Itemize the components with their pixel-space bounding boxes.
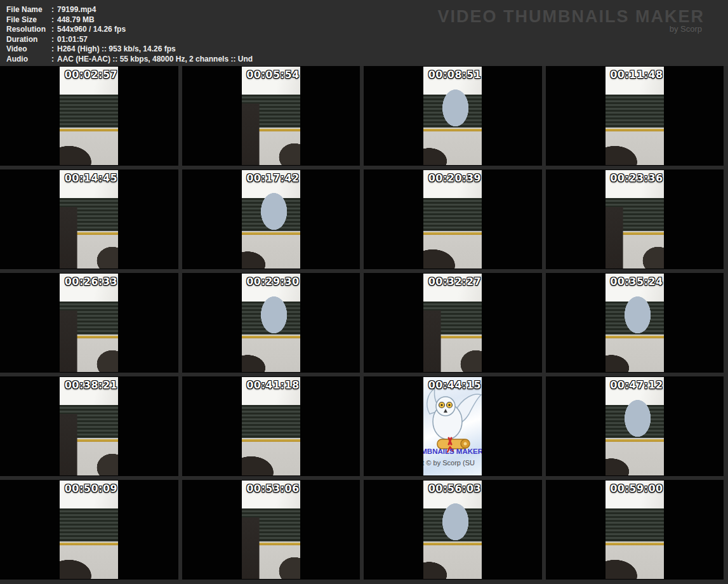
info-value: H264 (High) :: 953 kb/s, 14.26 fps: [57, 44, 728, 55]
thumbnail-cell: 00:23:36: [546, 169, 724, 269]
info-separator: :: [48, 35, 57, 45]
video-thumbnail: 00:20:39: [423, 170, 482, 269]
video-thumbnail: 00:56:03: [423, 481, 482, 579]
timestamp-overlay: 00:56:03: [428, 482, 482, 494]
timestamp-overlay: 00:41:18: [246, 379, 300, 391]
video-thumbnail: 00:14:45: [60, 170, 118, 269]
thumbnail-cell: 00:05:54: [182, 66, 361, 166]
video-thumbnail: 00:26:33: [60, 274, 118, 372]
thumbnail-grid: 00:02:57 00:05:54 00:08:51 00:11:48 00:1…: [0, 66, 728, 584]
timestamp-overlay: 00:17:42: [246, 172, 300, 184]
thumbnail-cell: 00:35:24: [546, 273, 724, 373]
thumbnail-cell: 00:50:09: [0, 480, 178, 580]
video-thumbnail: 00:38:21: [60, 377, 118, 475]
timestamp-overlay: 00:26:33: [65, 275, 118, 288]
video-thumbnail: 00:29:30: [242, 274, 300, 372]
info-separator: :: [48, 55, 57, 65]
timestamp-overlay: 00:29:30: [246, 275, 300, 288]
info-value: AAC (HE-AAC) :: 55 kbps, 48000 Hz, 2 cha…: [57, 55, 728, 65]
timestamp-overlay: 00:20:39: [428, 172, 482, 184]
timestamp-overlay: 00:23:36: [610, 172, 663, 184]
info-label: Resolution: [6, 25, 48, 35]
timestamp-overlay: 00:02:57: [65, 69, 118, 81]
video-thumbnail: 00:23:36: [606, 170, 664, 269]
timestamp-overlay: 00:14:45: [65, 172, 118, 184]
video-thumbnail: 00:11:48: [606, 67, 664, 165]
info-label: File Name: [6, 5, 48, 15]
video-thumbnail: 00:35:24: [606, 274, 664, 372]
video-thumbnail: 00:08:51: [423, 67, 482, 165]
info-label: Video: [6, 44, 48, 55]
info-separator: :: [48, 44, 57, 55]
thumbnail-cell: 00:56:03: [364, 480, 542, 580]
timestamp-overlay: 00:44:15: [428, 379, 482, 391]
thumbnail-cell: 00:38:21: [0, 376, 178, 476]
thumbnail-cell: 00:20:39: [364, 169, 542, 269]
info-header: File Name:79199.mp4 File Size:448.79 MB …: [0, 0, 728, 66]
video-thumbnail: 00:02:57: [60, 67, 118, 165]
owl-logo-icon: [423, 386, 482, 455]
info-separator: :: [48, 15, 57, 25]
info-separator: :: [48, 5, 57, 15]
timestamp-overlay: 00:35:24: [610, 275, 663, 288]
timestamp-overlay: 00:53:06: [246, 482, 300, 494]
video-thumbnail: 00:59:00: [606, 481, 664, 579]
video-thumbnail: 00:17:42: [242, 170, 300, 269]
info-value: 01:01:57: [57, 35, 728, 45]
video-thumbnail: 00:53:06: [242, 481, 300, 579]
thumbnail-cell: 00:41:18: [182, 376, 361, 476]
info-label: Audio: [6, 55, 48, 65]
thumbnail-cell: 00:08:51: [364, 66, 542, 166]
thumbnail-cell: MBNAILS MAKER t © by Scorp (SU 00:44:15: [364, 376, 542, 476]
timestamp-overlay: 00:32:27: [428, 275, 482, 288]
vtm-watermark: VIDEO THUMBNAILS MAKER by Scorp: [438, 8, 705, 34]
thumbnail-cell: 00:32:27: [364, 273, 542, 373]
video-thumbnail: 00:47:12: [606, 377, 664, 475]
thumbnail-cell: 00:14:45: [0, 169, 178, 269]
logo-text-line1: MBNAILS MAKER: [423, 448, 482, 455]
vtm-owl-logo-thumbnail: MBNAILS MAKER t © by Scorp (SU 00:44:15: [423, 377, 482, 475]
timestamp-overlay: 00:05:54: [246, 69, 300, 81]
thumbnail-cell: 00:29:30: [182, 273, 361, 373]
video-thumbnail: 00:32:27: [423, 274, 482, 372]
timestamp-overlay: 00:59:00: [610, 482, 663, 494]
thumbnail-cell: 00:11:48: [546, 66, 724, 166]
video-thumbnail: 00:50:09: [60, 481, 118, 579]
timestamp-overlay: 00:11:48: [610, 69, 663, 81]
info-label: File Size: [6, 15, 48, 25]
timestamp-overlay: 00:47:12: [610, 379, 663, 391]
thumbnail-cell: 00:02:57: [0, 66, 178, 166]
video-thumbnail: 00:41:18: [242, 377, 300, 475]
timestamp-overlay: 00:08:51: [428, 69, 482, 81]
vtm-logo-title: VIDEO THUMBNAILS MAKER: [438, 8, 705, 25]
thumbnail-cell: 00:53:06: [182, 480, 361, 580]
logo-text-line2: t © by Scorp (SU: [423, 459, 475, 467]
info-separator: :: [48, 25, 57, 35]
info-label: Duration: [6, 35, 48, 45]
timestamp-overlay: 00:38:21: [65, 379, 118, 391]
timestamp-overlay: 00:50:09: [65, 482, 118, 494]
thumbnail-cell: 00:26:33: [0, 273, 178, 373]
video-thumbnail: 00:05:54: [242, 67, 300, 165]
thumbnail-cell: 00:47:12: [546, 376, 724, 476]
thumbnail-cell: 00:59:00: [546, 480, 724, 580]
thumbnail-cell: 00:17:42: [182, 169, 361, 269]
